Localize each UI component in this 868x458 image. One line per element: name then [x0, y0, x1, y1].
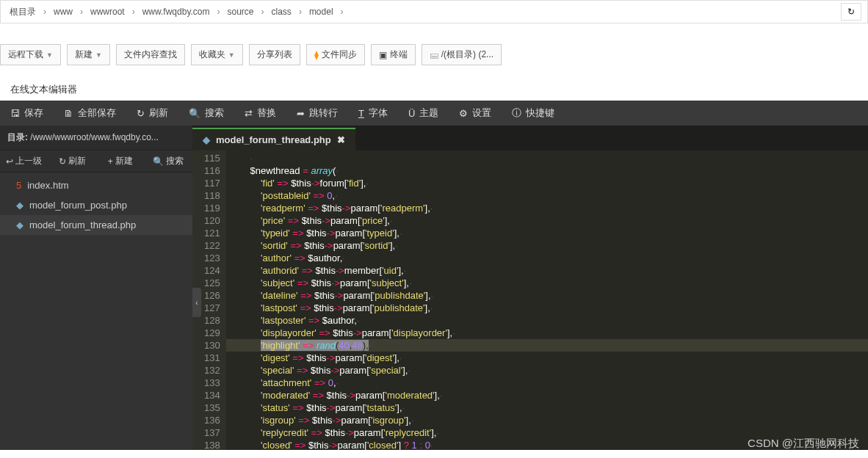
sidebar-ops: ↩上一级 ↻刷新 +新建 🔍搜索 — [0, 150, 192, 172]
chevron-right-icon: › — [336, 7, 348, 17]
tab-label: model_forum_thread.php — [216, 134, 331, 145]
page-title: 在线文本编辑器 — [0, 79, 868, 101]
search-button[interactable]: 🔍搜索 — [178, 101, 234, 126]
breadcrumb-item[interactable]: www — [51, 7, 76, 17]
file-name: model_forum_post.php — [29, 200, 127, 211]
file-toolbar: 远程下载▼ 新建▼ 文件内容查找 收藏夹▼ 分享列表 ⧫文件同步 ▣终端 🖴/(… — [0, 44, 868, 65]
goto-line-button[interactable]: ➦跳转行 — [286, 101, 348, 126]
terminal-icon: ▣ — [379, 50, 387, 60]
sync-icon: ⧫ — [314, 50, 319, 60]
new-button[interactable]: 新建▼ — [67, 44, 110, 65]
code-line: 'authorid' => $this->member['uid'],· — [226, 264, 868, 277]
theme-icon: Ü — [408, 108, 415, 119]
breadcrumb-item[interactable]: www.fwqdby.com — [140, 7, 213, 17]
chevron-right-icon: › — [294, 7, 306, 17]
collapse-sidebar-button[interactable]: ‹ — [192, 288, 201, 317]
tab-active[interactable]: ◆ model_forum_thread.php ✖ — [192, 128, 355, 150]
plus-icon: + — [108, 156, 113, 167]
file-item[interactable]: ◆model_forum_thread.php — [0, 215, 192, 235]
save-all-button[interactable]: 🗎全部保存 — [54, 101, 126, 126]
chevron-right-icon: › — [213, 7, 225, 17]
file-item[interactable]: 5index.htm — [0, 175, 192, 195]
undo-icon: ↩ — [6, 156, 13, 167]
code-line: 'attachment' => 0,· — [226, 377, 868, 389]
disk-icon: 🖴 — [430, 50, 438, 60]
code-line: 'moderated' => $this->param['moderated']… — [226, 389, 868, 401]
backup-button[interactable]: 🖴/(根目录) (2... — [422, 44, 502, 65]
gear-icon: ⚙ — [459, 108, 468, 119]
code-line: 'closed' => $this->param['closed'] ? 1 :… — [226, 439, 868, 450]
file-name: index.htm — [27, 180, 68, 191]
up-level-button[interactable]: ↩上一级 — [0, 150, 48, 172]
file-list: 5index.htm◆model_forum_post.php◆model_fo… — [0, 172, 192, 450]
code-line: 'readperm' => $this->param['readperm'],· — [226, 202, 868, 214]
code-line: 'fid' => $this->forum['fid'],· — [226, 177, 868, 189]
breadcrumb-item[interactable]: class — [269, 7, 294, 17]
php-icon: ◆ — [16, 200, 23, 211]
code-line: 'displayorder' => $this->param['displayo… — [226, 327, 868, 339]
chevron-right-icon: › — [257, 7, 269, 17]
hotkey-button[interactable]: ⓘ快捷键 — [502, 101, 565, 126]
current-dir: 目录: /www/wwwroot/www.fwqdby.co... — [0, 126, 192, 150]
code-line: 'isgroup' => $this->param['isgroup'],· — [226, 414, 868, 426]
sidebar-new-button[interactable]: +新建 — [96, 150, 145, 172]
refresh-path-button[interactable]: ↻ — [841, 3, 861, 21]
refresh-icon: ↻ — [59, 156, 66, 167]
save-icon: 🖫 — [10, 108, 20, 119]
editor-toolbar: 🖫保存 🗎全部保存 ↻刷新 🔍搜索 ⇄替换 ➦跳转行 T字体 Ü主题 ⚙设置 ⓘ… — [0, 101, 868, 126]
code-line: 'author' => $author,· — [226, 252, 868, 264]
breadcrumb-item[interactable]: 根目录 — [7, 6, 39, 18]
search-icon: 🔍 — [189, 108, 200, 119]
settings-button[interactable]: ⚙设置 — [449, 101, 502, 126]
refresh-button[interactable]: ↻刷新 — [126, 101, 178, 126]
code-line: 'dateline' => $this->param['publishdate'… — [226, 289, 868, 302]
code-line: 'special' => $this->param['special'],· — [226, 364, 868, 377]
code-line: 'status' => $this->param['tstatus'],· — [226, 401, 868, 414]
code-editor[interactable]: 1151161171181191201211221231241251261271… — [192, 150, 868, 450]
content-search-button[interactable]: 文件内容查找 — [116, 44, 185, 65]
code-line: 'posttableid' => 0,· — [226, 189, 868, 202]
theme-button[interactable]: Ü主题 — [398, 101, 449, 126]
save-button[interactable]: 🖫保存 — [0, 101, 54, 126]
breadcrumb-item[interactable]: model — [306, 7, 336, 17]
tab-bar: ◆ model_forum_thread.php ✖ — [192, 126, 868, 150]
sidebar-refresh-button[interactable]: ↻刷新 — [48, 150, 97, 172]
chevron-right-icon: › — [128, 7, 140, 17]
php-icon: ◆ — [16, 219, 23, 230]
chevron-right-icon: › — [76, 7, 87, 17]
info-icon: ⓘ — [512, 106, 521, 120]
code-line: 'subject' => $this->param['subject'],· — [226, 277, 868, 289]
breadcrumb: 根目录›www›wwwroot›www.fwqdby.com›source›cl… — [0, 0, 868, 23]
php-icon: ◆ — [203, 134, 210, 145]
share-list-button[interactable]: 分享列表 — [249, 44, 300, 65]
code-line: 'typeid' => $this->param['typeid'],· — [226, 227, 868, 239]
breadcrumb-item[interactable]: wwwroot — [87, 7, 128, 17]
html-icon: 5 — [16, 180, 21, 191]
chevron-right-icon: › — [39, 7, 51, 17]
sidebar-search-button[interactable]: 🔍搜索 — [145, 150, 193, 172]
file-sync-button[interactable]: ⧫文件同步 — [306, 44, 365, 65]
replace-button[interactable]: ⇄替换 — [234, 101, 286, 126]
save-all-icon: 🗎 — [64, 108, 73, 119]
code-line: 'price' => $this->param['price'],· — [226, 214, 868, 227]
terminal-button[interactable]: ▣终端 — [371, 44, 416, 65]
code-line: 'replycredit' => $this->param['replycred… — [226, 426, 868, 439]
font-button[interactable]: T字体 — [348, 101, 398, 126]
file-item[interactable]: ◆model_forum_post.php — [0, 195, 192, 215]
remote-download-button[interactable]: 远程下载▼ — [0, 44, 61, 65]
code-line: 'highlight' => rand(40,48),· — [226, 339, 868, 352]
close-tab-button[interactable]: ✖ — [337, 134, 345, 145]
goto-icon: ➦ — [297, 108, 305, 119]
code-line: 'sortid' => $this->param['sortid'],· — [226, 239, 868, 252]
editor-body: 目录: /www/wwwroot/www.fwqdby.co... ↩上一级 ↻… — [0, 126, 868, 450]
favorites-button[interactable]: 收藏夹▼ — [191, 44, 243, 65]
code-line: 'digest' => $this->param['digest'],· — [226, 352, 868, 364]
file-name: model_forum_thread.php — [29, 219, 136, 230]
code-line: $newthread = array(· — [226, 164, 868, 177]
code-line: · — [226, 152, 868, 164]
breadcrumb-item[interactable]: source — [225, 7, 257, 17]
code-content[interactable]: · $newthread = array(· 'fid' => $this->f… — [226, 150, 868, 450]
search-icon: 🔍 — [153, 156, 164, 167]
replace-icon: ⇄ — [245, 108, 253, 119]
code-line: 'lastposter' => $author,· — [226, 314, 868, 327]
